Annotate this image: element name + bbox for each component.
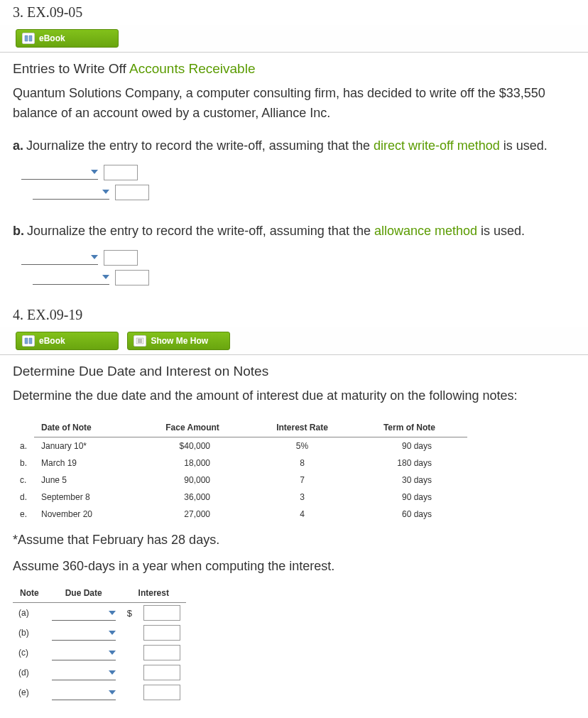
answer-row: (a)$ [13, 603, 186, 624]
dollar-sign [121, 663, 138, 682]
ans-interest-cell [138, 603, 186, 624]
q3b-account-dropdown-1[interactable] [21, 250, 98, 265]
direct-writeoff-link[interactable]: direct write-off method [374, 138, 500, 153]
row-label: b. [13, 455, 34, 472]
ebook-button[interactable]: eBook [16, 332, 119, 350]
question-3-header: 3. EX.09-05 [0, 0, 588, 25]
due-date-dropdown[interactable] [52, 685, 116, 700]
q3-title: Entries to Write Off Accounts Receivable [0, 53, 588, 80]
ans-row-label: (e) [13, 682, 46, 702]
q3-title-text: Entries to Write Off [13, 61, 129, 76]
table-row: a.January 10*$40,0005%90 days [13, 437, 467, 455]
q4-footnote-1: *Assume that February has 28 days. [0, 527, 588, 553]
row-term: 30 days [352, 472, 467, 489]
row-rate: 8 [253, 455, 352, 472]
q3a-amount-input-2[interactable] [115, 185, 149, 200]
ans-th-interest: Interest [121, 584, 186, 603]
row-face: 36,000 [132, 489, 253, 506]
answer-row: (e) [13, 682, 186, 702]
show-me-how-button[interactable]: Show Me How [127, 332, 230, 350]
q4-footnote-2: Assume 360-days in a year when computing… [0, 553, 588, 580]
q3b-account-dropdown-2[interactable] [33, 270, 109, 285]
notes-table: Date of Note Face Amount Interest Rate T… [13, 418, 467, 523]
question-4-header: 4. EX.09-19 [0, 303, 588, 327]
row-label: d. [13, 489, 34, 506]
q4-button-bar: eBook Show Me How [0, 327, 588, 355]
ans-th-note: Note [13, 584, 46, 603]
due-date-dropdown[interactable] [52, 606, 116, 621]
dollar-sign [121, 623, 138, 643]
notes-th-term: Term of Note [352, 418, 467, 437]
dollar-sign [121, 682, 138, 702]
ebook-button[interactable]: eBook [16, 29, 119, 48]
chevron-down-icon [109, 690, 116, 695]
ans-due-cell [46, 603, 121, 624]
ebook-label: eBook [39, 33, 65, 43]
q3a-amount-input-1[interactable] [104, 165, 138, 180]
row-date: November 20 [34, 506, 132, 523]
part-a-text-before: Journalize the entry to record the write… [26, 138, 374, 153]
q3b-entry-row-1 [21, 250, 575, 266]
interest-input[interactable] [143, 605, 180, 621]
q3b-amount-input-1[interactable] [104, 250, 138, 266]
ans-due-cell [46, 663, 121, 682]
part-a-text-after: is used. [500, 138, 548, 153]
part-b-label: b. [13, 224, 24, 238]
row-term: 60 days [352, 506, 467, 523]
table-row: e.November 2027,000460 days [13, 506, 467, 523]
part-b-text-before: Journalize the entry to record the write… [27, 224, 374, 238]
book-icon [22, 33, 35, 44]
row-face: $40,000 [132, 437, 253, 455]
row-date: June 5 [34, 472, 132, 489]
row-rate: 5% [253, 437, 352, 455]
row-rate: 3 [253, 489, 352, 506]
answer-row: (d) [13, 663, 186, 682]
chevron-down-icon [102, 275, 109, 279]
table-row: c.June 590,000730 days [13, 472, 467, 489]
table-row: d.September 836,000390 days [13, 489, 467, 506]
accounts-receivable-link[interactable]: Accounts Receivable [129, 61, 255, 76]
dollar-sign [121, 643, 138, 663]
part-b-text-after: is used. [477, 224, 525, 238]
interest-input[interactable] [143, 645, 180, 660]
ans-due-cell [46, 643, 121, 663]
answer-table: Note Due Date Interest (a)$(b)(c)(d)(e) [13, 584, 186, 702]
ans-interest-cell [138, 623, 186, 643]
interest-input[interactable] [143, 685, 180, 700]
ans-row-label: (a) [13, 603, 46, 624]
q3a-account-dropdown-2[interactable] [33, 185, 109, 200]
chevron-down-icon [109, 651, 116, 655]
due-date-dropdown[interactable] [52, 626, 116, 641]
row-date: March 19 [34, 455, 132, 472]
table-row: b.March 1918,0008180 days [13, 455, 467, 472]
q3-part-a: a.Journalize the entry to record the wri… [0, 132, 588, 161]
interest-input[interactable] [143, 625, 180, 641]
interest-input[interactable] [143, 665, 180, 680]
row-face: 90,000 [132, 472, 253, 489]
row-term: 180 days [352, 455, 467, 472]
due-date-dropdown[interactable] [52, 665, 116, 680]
due-date-dropdown[interactable] [52, 646, 116, 660]
q3-part-b: b.Journalize the entry to record the wri… [0, 217, 588, 246]
q3b-amount-input-2[interactable] [115, 270, 149, 285]
q3b-entry-area [0, 246, 588, 303]
ans-due-cell [46, 623, 121, 643]
ans-due-cell [46, 682, 121, 702]
q3b-entry-row-2 [33, 270, 575, 285]
ans-row-label: (b) [13, 623, 46, 643]
ans-interest-cell [138, 643, 186, 663]
dollar-sign: $ [121, 603, 138, 624]
q3-button-bar: eBook [0, 25, 588, 53]
book-icon [22, 335, 35, 347]
ans-interest-cell [138, 663, 186, 682]
chevron-down-icon [109, 611, 116, 615]
row-term: 90 days [352, 437, 467, 455]
part-a-label: a. [13, 138, 23, 153]
chevron-down-icon [102, 190, 109, 194]
list-icon [134, 335, 146, 347]
ans-interest-cell [138, 682, 186, 702]
allowance-method-link[interactable]: allowance method [374, 224, 477, 238]
answer-row: (c) [13, 643, 186, 663]
row-rate: 7 [253, 472, 352, 489]
q3a-account-dropdown-1[interactable] [21, 165, 98, 180]
